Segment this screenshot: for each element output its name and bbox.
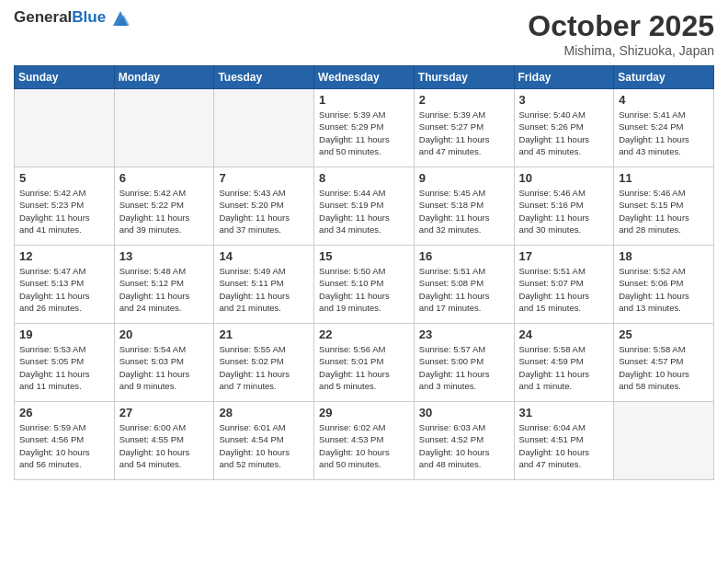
calendar-cell: 4Sunrise: 5:41 AMSunset: 5:24 PMDaylight… [614, 89, 714, 167]
day-info: Sunrise: 5:52 AMSunset: 5:06 PMDaylight:… [619, 265, 709, 314]
calendar-cell: 14Sunrise: 5:49 AMSunset: 5:11 PMDayligh… [214, 246, 314, 324]
calendar-cell: 21Sunrise: 5:55 AMSunset: 5:02 PMDayligh… [214, 324, 314, 402]
day-info: Sunrise: 5:40 AMSunset: 5:26 PMDaylight:… [519, 109, 609, 157]
col-friday: Friday [514, 66, 614, 89]
calendar-cell: 5Sunrise: 5:42 AMSunset: 5:23 PMDaylight… [15, 167, 115, 246]
day-info: Sunrise: 5:55 AMSunset: 5:02 PMDaylight:… [219, 343, 309, 392]
day-info: Sunrise: 5:56 AMSunset: 5:01 PMDaylight:… [319, 343, 409, 392]
week-row-1: 1Sunrise: 5:39 AMSunset: 5:29 PMDaylight… [15, 89, 714, 167]
calendar-cell: 27Sunrise: 6:00 AMSunset: 4:55 PMDayligh… [114, 402, 214, 480]
day-number: 27 [119, 406, 210, 419]
day-info: Sunrise: 5:53 AMSunset: 5:05 PMDaylight:… [19, 343, 109, 392]
day-number: 18 [619, 249, 709, 263]
calendar-cell: 17Sunrise: 5:51 AMSunset: 5:07 PMDayligh… [514, 246, 614, 324]
calendar-cell [15, 89, 115, 167]
week-row-5: 26Sunrise: 5:59 AMSunset: 4:56 PMDayligh… [15, 402, 714, 480]
day-number: 22 [319, 327, 409, 341]
col-wednesday: Wednesday [314, 66, 415, 89]
day-number: 30 [419, 406, 509, 419]
calendar-table: Sunday Monday Tuesday Wednesday Thursday… [14, 65, 714, 480]
day-number: 8 [319, 171, 409, 185]
calendar-cell: 28Sunrise: 6:01 AMSunset: 4:54 PMDayligh… [214, 402, 314, 480]
day-number: 31 [519, 406, 609, 419]
day-number: 16 [419, 249, 509, 263]
day-info: Sunrise: 5:47 AMSunset: 5:13 PMDaylight:… [19, 265, 109, 314]
calendar-cell [114, 89, 214, 167]
day-info: Sunrise: 5:45 AMSunset: 5:18 PMDaylight:… [419, 187, 509, 236]
calendar-cell: 29Sunrise: 6:02 AMSunset: 4:53 PMDayligh… [314, 402, 415, 480]
day-info: Sunrise: 5:58 AMSunset: 4:57 PMDaylight:… [619, 343, 709, 392]
weekday-header-row: Sunday Monday Tuesday Wednesday Thursday… [15, 66, 714, 89]
day-number: 23 [419, 327, 509, 341]
calendar-cell: 18Sunrise: 5:52 AMSunset: 5:06 PMDayligh… [614, 246, 714, 324]
calendar-cell: 15Sunrise: 5:50 AMSunset: 5:10 PMDayligh… [314, 246, 415, 324]
calendar-cell: 8Sunrise: 5:44 AMSunset: 5:19 PMDaylight… [314, 167, 415, 246]
day-info: Sunrise: 5:46 AMSunset: 5:16 PMDaylight:… [519, 187, 609, 236]
header: GeneralBlue October 2025 Mishima, Shizuo… [14, 9, 714, 58]
day-number: 26 [19, 406, 109, 419]
day-info: Sunrise: 5:58 AMSunset: 4:59 PMDaylight:… [519, 343, 609, 392]
col-sunday: Sunday [15, 66, 115, 89]
day-info: Sunrise: 6:01 AMSunset: 4:54 PMDaylight:… [219, 421, 309, 470]
day-number: 13 [119, 249, 210, 263]
day-number: 12 [19, 249, 109, 263]
day-info: Sunrise: 6:02 AMSunset: 4:53 PMDaylight:… [319, 421, 409, 470]
day-number: 20 [119, 327, 210, 341]
logo-icon [111, 11, 130, 26]
day-number: 14 [219, 249, 309, 263]
calendar-header: Sunday Monday Tuesday Wednesday Thursday… [15, 66, 714, 89]
day-info: Sunrise: 5:51 AMSunset: 5:07 PMDaylight:… [519, 265, 609, 314]
calendar-cell: 25Sunrise: 5:58 AMSunset: 4:57 PMDayligh… [614, 324, 714, 402]
col-saturday: Saturday [614, 66, 714, 89]
day-info: Sunrise: 5:46 AMSunset: 5:15 PMDaylight:… [619, 187, 709, 236]
calendar-cell: 6Sunrise: 5:42 AMSunset: 5:22 PMDaylight… [114, 167, 214, 246]
day-number: 24 [519, 327, 609, 341]
calendar-cell: 11Sunrise: 5:46 AMSunset: 5:15 PMDayligh… [614, 167, 714, 246]
calendar-cell [614, 402, 714, 480]
calendar-cell: 19Sunrise: 5:53 AMSunset: 5:05 PMDayligh… [15, 324, 115, 402]
day-info: Sunrise: 5:44 AMSunset: 5:19 PMDaylight:… [319, 187, 409, 236]
day-info: Sunrise: 5:50 AMSunset: 5:10 PMDaylight:… [319, 265, 409, 314]
day-number: 6 [119, 171, 210, 185]
day-info: Sunrise: 6:03 AMSunset: 4:52 PMDaylight:… [419, 421, 509, 470]
day-info: Sunrise: 5:42 AMSunset: 5:22 PMDaylight:… [119, 187, 210, 236]
calendar-cell: 16Sunrise: 5:51 AMSunset: 5:08 PMDayligh… [414, 246, 514, 324]
day-number: 1 [319, 93, 409, 107]
day-number: 9 [419, 171, 509, 185]
day-number: 4 [619, 93, 709, 107]
calendar-body: 1Sunrise: 5:39 AMSunset: 5:29 PMDaylight… [15, 89, 714, 480]
week-row-3: 12Sunrise: 5:47 AMSunset: 5:13 PMDayligh… [15, 246, 714, 324]
day-number: 10 [519, 171, 609, 185]
day-number: 15 [319, 249, 409, 263]
calendar-cell: 24Sunrise: 5:58 AMSunset: 4:59 PMDayligh… [514, 324, 614, 402]
calendar-cell: 23Sunrise: 5:57 AMSunset: 5:00 PMDayligh… [414, 324, 514, 402]
week-row-4: 19Sunrise: 5:53 AMSunset: 5:05 PMDayligh… [15, 324, 714, 402]
calendar-cell: 30Sunrise: 6:03 AMSunset: 4:52 PMDayligh… [414, 402, 514, 480]
day-number: 21 [219, 327, 309, 341]
week-row-2: 5Sunrise: 5:42 AMSunset: 5:23 PMDaylight… [15, 167, 714, 246]
calendar-cell: 9Sunrise: 5:45 AMSunset: 5:18 PMDaylight… [414, 167, 514, 246]
location: Mishima, Shizuoka, Japan [528, 43, 714, 58]
title-block: October 2025 Mishima, Shizuoka, Japan [528, 9, 714, 58]
logo-general: General [14, 8, 72, 26]
day-info: Sunrise: 5:49 AMSunset: 5:11 PMDaylight:… [219, 265, 309, 314]
day-number: 7 [219, 171, 309, 185]
day-info: Sunrise: 5:43 AMSunset: 5:20 PMDaylight:… [219, 187, 309, 236]
day-number: 17 [519, 249, 609, 263]
day-number: 19 [19, 327, 109, 341]
calendar-cell: 22Sunrise: 5:56 AMSunset: 5:01 PMDayligh… [314, 324, 415, 402]
day-info: Sunrise: 6:00 AMSunset: 4:55 PMDaylight:… [119, 421, 210, 470]
day-info: Sunrise: 5:39 AMSunset: 5:27 PMDaylight:… [419, 109, 509, 157]
day-info: Sunrise: 5:39 AMSunset: 5:29 PMDaylight:… [319, 109, 409, 157]
col-monday: Monday [114, 66, 214, 89]
day-number: 25 [619, 327, 709, 341]
calendar-cell: 7Sunrise: 5:43 AMSunset: 5:20 PMDaylight… [214, 167, 314, 246]
day-info: Sunrise: 5:48 AMSunset: 5:12 PMDaylight:… [119, 265, 210, 314]
calendar-cell: 3Sunrise: 5:40 AMSunset: 5:26 PMDaylight… [514, 89, 614, 167]
calendar-cell: 2Sunrise: 5:39 AMSunset: 5:27 PMDaylight… [414, 89, 514, 167]
day-info: Sunrise: 5:41 AMSunset: 5:24 PMDaylight:… [619, 109, 709, 157]
calendar-cell: 31Sunrise: 6:04 AMSunset: 4:51 PMDayligh… [514, 402, 614, 480]
day-info: Sunrise: 5:51 AMSunset: 5:08 PMDaylight:… [419, 265, 509, 314]
day-number: 29 [319, 406, 409, 419]
day-info: Sunrise: 5:57 AMSunset: 5:00 PMDaylight:… [419, 343, 509, 392]
